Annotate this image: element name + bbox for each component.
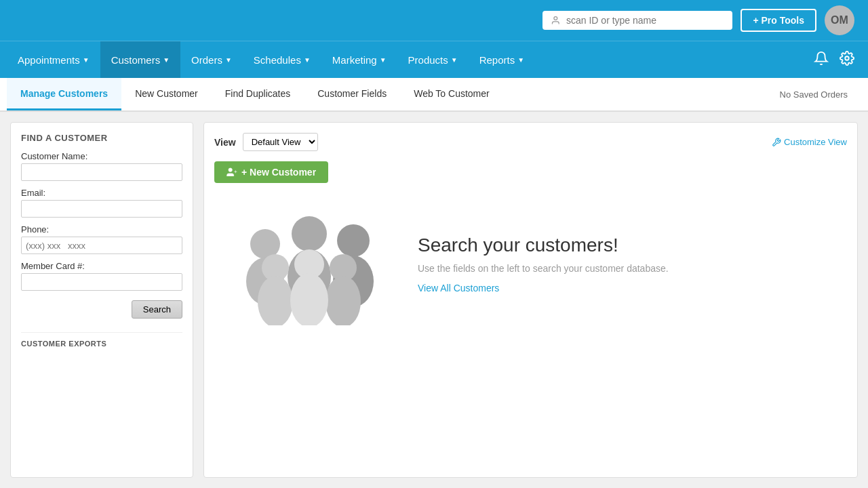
customer-exports-title[interactable]: CUSTOMER EXPORTS: [21, 340, 182, 348]
phone-group: Phone:: [21, 224, 182, 254]
content-area: View Default View Customize View + New C…: [203, 122, 858, 478]
chevron-down-icon: ▼: [304, 56, 311, 64]
svg-point-0: [554, 17, 557, 20]
view-label: View: [214, 137, 236, 148]
view-all-customers-link[interactable]: View All Customers: [418, 283, 499, 293]
nav-item-orders[interactable]: Orders ▼: [180, 41, 243, 78]
nav-item-appointments[interactable]: Appointments ▼: [7, 41, 100, 78]
svg-point-1: [845, 56, 849, 60]
add-person-icon: [226, 167, 237, 178]
svg-point-7: [337, 224, 370, 257]
svg-point-14: [326, 276, 361, 325]
pro-tools-button[interactable]: + Pro Tools: [741, 9, 816, 32]
top-bar: + Pro Tools OM: [0, 0, 868, 41]
wrench-icon: [772, 138, 781, 147]
person-icon: [551, 15, 561, 26]
chevron-down-icon: ▼: [451, 56, 458, 64]
bell-icon[interactable]: [814, 51, 829, 69]
nav-item-reports[interactable]: Reports ▼: [469, 41, 535, 78]
member-card-label: Member Card #:: [21, 261, 182, 271]
svg-point-16: [290, 273, 328, 325]
customer-name-group: Customer Name:: [21, 151, 182, 181]
empty-state: Search your customers! Use the fields on…: [214, 183, 847, 346]
customer-exports-section: CUSTOMER EXPORTS: [21, 332, 182, 348]
search-input[interactable]: [566, 15, 724, 26]
nav-item-schedules[interactable]: Schedules ▼: [243, 41, 321, 78]
svg-point-9: [292, 216, 327, 251]
find-customer-title: FIND A CUSTOMER: [21, 133, 182, 143]
empty-heading: Search your customers!: [418, 235, 669, 256]
member-card-input[interactable]: [21, 273, 182, 291]
chevron-down-icon: ▼: [380, 56, 387, 64]
sidebar: FIND A CUSTOMER Customer Name: Email: Ph…: [10, 122, 193, 478]
search-button[interactable]: Search: [132, 300, 182, 319]
customer-name-label: Customer Name:: [21, 151, 182, 161]
svg-point-2: [229, 168, 232, 171]
chevron-down-icon: ▼: [83, 56, 90, 64]
settings-icon[interactable]: [840, 51, 854, 69]
view-bar-left: View Default View: [214, 133, 318, 151]
customer-name-input[interactable]: [21, 163, 182, 181]
chevron-down-icon: ▼: [225, 56, 232, 64]
sub-nav: Manage Customers New Customer Find Dupli…: [0, 78, 868, 112]
email-group: Email:: [21, 188, 182, 218]
customers-illustration: [228, 203, 391, 325]
svg-point-12: [258, 276, 293, 325]
empty-text: Search your customers! Use the fields on…: [418, 235, 669, 294]
phone-input[interactable]: [21, 237, 182, 254]
nav-item-customers[interactable]: Customers ▼: [100, 41, 180, 78]
nav-bar: Appointments ▼ Customers ▼ Orders ▼ Sche…: [0, 41, 868, 78]
email-label: Email:: [21, 188, 182, 198]
subnav-item-find-duplicates[interactable]: Find Duplicates: [212, 78, 304, 110]
subnav-item-web-to-customer[interactable]: Web To Customer: [400, 78, 503, 110]
subnav-item-manage-customers[interactable]: Manage Customers: [7, 78, 121, 110]
avatar[interactable]: OM: [825, 5, 854, 35]
view-bar: View Default View Customize View: [214, 133, 847, 151]
nav-item-products[interactable]: Products ▼: [397, 41, 469, 78]
empty-description: Use the fields on the left to search you…: [418, 263, 669, 274]
no-saved-orders: No Saved Orders: [766, 78, 861, 110]
main-content: FIND A CUSTOMER Customer Name: Email: Ph…: [0, 112, 868, 488]
email-input[interactable]: [21, 200, 182, 218]
nav-item-marketing[interactable]: Marketing ▼: [321, 41, 397, 78]
member-card-group: Member Card #:: [21, 261, 182, 291]
chevron-down-icon: ▼: [517, 56, 524, 64]
customize-view-link[interactable]: Customize View: [772, 137, 847, 147]
nav-icons: [807, 41, 861, 78]
subnav-item-customer-fields[interactable]: Customer Fields: [304, 78, 400, 110]
subnav-item-new-customer[interactable]: New Customer: [121, 78, 212, 110]
phone-label: Phone:: [21, 224, 182, 235]
chevron-down-icon: ▼: [163, 56, 170, 64]
search-box[interactable]: [542, 11, 732, 30]
new-customer-button[interactable]: + New Customer: [214, 161, 328, 183]
view-select[interactable]: Default View: [243, 133, 318, 151]
